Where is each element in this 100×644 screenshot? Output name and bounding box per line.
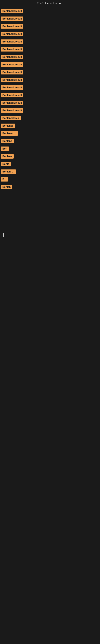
bottleneck-badge[interactable]: Bottleneck result bbox=[1, 40, 23, 44]
list-item: Bottleneck bbox=[1, 168, 100, 176]
items-container: Bottleneck resultBottleneck resultBottle… bbox=[0, 7, 100, 191]
list-item: Bottleneck result bbox=[1, 46, 100, 53]
list-item: Bot bbox=[1, 176, 100, 183]
list-item: Bottle bbox=[1, 160, 100, 168]
list-item: Bottleneck result bbox=[1, 91, 100, 99]
site-title: TheBottlenecker.com bbox=[37, 2, 63, 5]
bottleneck-badge[interactable]: Bottlenec bbox=[1, 124, 15, 128]
site-header: TheBottlenecker.com bbox=[0, 0, 100, 7]
list-item: Bottleneck result bbox=[1, 68, 100, 76]
bottleneck-badge[interactable]: Bottleneck result bbox=[1, 32, 23, 36]
bottleneck-badge[interactable]: Bottleneck bbox=[1, 170, 16, 174]
list-item: Bottleneck result bbox=[1, 30, 100, 38]
list-item: Bottlene bbox=[1, 137, 100, 145]
bottleneck-badge[interactable]: Bottleneck result bbox=[1, 70, 23, 74]
list-item: Bottlene bbox=[1, 152, 100, 160]
cursor-indicator bbox=[3, 233, 3, 237]
list-item: Bottleneck result bbox=[1, 76, 100, 84]
bottleneck-badge[interactable]: Bottleneck result bbox=[1, 16, 23, 21]
list-item: Bottleneck r bbox=[1, 130, 100, 137]
list-item: Bottleneck result bbox=[1, 84, 100, 91]
bottleneck-badge[interactable]: Bottleneck result bbox=[1, 24, 23, 28]
list-item: Bottleneck res bbox=[1, 114, 100, 122]
list-item: Bott bbox=[1, 145, 100, 152]
bottleneck-badge[interactable]: Bottleneck result bbox=[1, 55, 23, 59]
list-item: Bottleneck result bbox=[1, 7, 100, 15]
bottleneck-badge[interactable]: Bottleneck r bbox=[1, 131, 18, 136]
bottleneck-badge[interactable]: Bottleneck res bbox=[1, 116, 21, 120]
bottleneck-badge[interactable]: Bottlene bbox=[1, 154, 14, 158]
bottleneck-badge[interactable]: Bottleneck result bbox=[1, 93, 23, 98]
list-item: Bottlen bbox=[1, 183, 100, 191]
list-item: Bottleneck result bbox=[1, 99, 100, 107]
list-item: Bottleneck result bbox=[1, 107, 100, 114]
list-item: Bottleneck result bbox=[1, 53, 100, 61]
bottleneck-badge[interactable]: Bottleneck result bbox=[1, 100, 23, 105]
bottleneck-badge[interactable]: Bottleneck result bbox=[1, 108, 23, 113]
bottleneck-badge[interactable]: Bottleneck result bbox=[1, 9, 23, 13]
bottleneck-badge[interactable]: Bottle bbox=[1, 162, 11, 166]
bottleneck-badge[interactable]: Bott bbox=[1, 146, 9, 151]
bottleneck-badge[interactable]: Bottleneck result bbox=[1, 85, 23, 90]
list-item: Bottleneck result bbox=[1, 22, 100, 30]
bottleneck-badge[interactable]: Bottleneck result bbox=[1, 47, 23, 52]
bottleneck-badge[interactable]: Bottlen bbox=[1, 185, 12, 189]
list-item: Bottleneck result bbox=[1, 38, 100, 46]
list-item: Bottleneck result bbox=[1, 15, 100, 22]
bottleneck-badge[interactable]: Bottlene bbox=[1, 139, 14, 143]
bottleneck-badge[interactable]: Bot bbox=[1, 177, 8, 182]
bottleneck-badge[interactable]: Bottleneck result bbox=[1, 62, 23, 67]
bottleneck-badge[interactable]: Bottleneck result bbox=[1, 78, 23, 82]
list-item: Bottleneck result bbox=[1, 61, 100, 68]
list-item: Bottlenec bbox=[1, 122, 100, 130]
